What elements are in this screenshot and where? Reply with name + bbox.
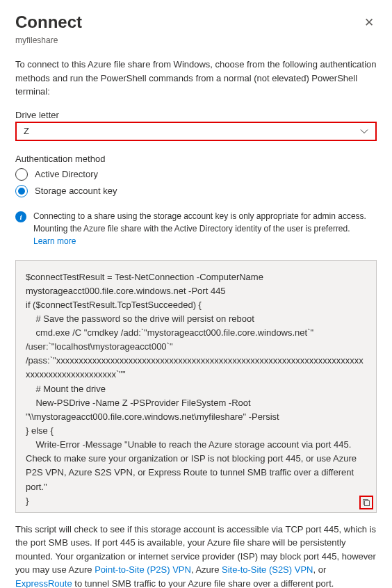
script-code-text: $connectTestResult = Test-NetConnection … <box>26 272 364 506</box>
copy-icon <box>362 498 370 507</box>
p2s-vpn-link[interactable]: Point-to-Site (P2S) VPN <box>95 564 191 575</box>
footer-text: This script will check to see if this st… <box>15 523 377 588</box>
info-body: Connecting to a share using the storage … <box>33 211 366 234</box>
chevron-down-icon <box>360 129 368 134</box>
radio-active-directory-label: Active Directory <box>35 169 98 179</box>
s2s-vpn-link[interactable]: Site-to-Site (S2S) VPN <box>222 564 313 575</box>
svg-rect-0 <box>365 500 370 505</box>
footer-m2: , or <box>313 564 326 575</box>
panel-subtitle: myfileshare <box>15 35 377 45</box>
expressroute-link[interactable]: ExpressRoute <box>15 578 72 588</box>
radio-storage-account-key[interactable] <box>15 185 28 197</box>
close-icon[interactable]: ✕ <box>361 13 377 33</box>
footer-m1: , Azure <box>191 564 222 575</box>
radio-storage-account-key-label: Storage account key <box>35 186 117 196</box>
drive-letter-value: Z <box>24 126 29 136</box>
auth-method-label: Authentication method <box>15 154 377 164</box>
drive-letter-dropdown[interactable]: Z <box>15 122 377 141</box>
info-icon: i <box>15 211 26 222</box>
drive-letter-label: Drive letter <box>15 110 377 120</box>
copy-button[interactable] <box>359 496 373 509</box>
learn-more-link[interactable]: Learn more <box>33 236 76 246</box>
script-code-block: $connectTestResult = Test-NetConnection … <box>15 260 377 513</box>
intro-text: To connect to this Azure file share from… <box>15 58 377 99</box>
panel-title: Connect <box>15 13 82 32</box>
info-text: Connecting to a share using the storage … <box>33 210 377 247</box>
footer-post: to tunnel SMB traffic to your Azure file… <box>72 578 334 588</box>
radio-active-directory[interactable] <box>15 168 28 181</box>
